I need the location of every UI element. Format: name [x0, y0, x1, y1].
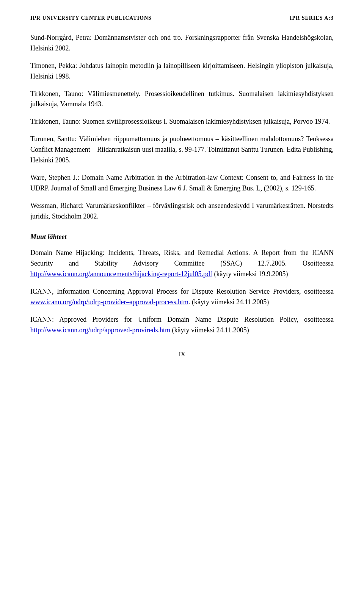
link-udrp-provider[interactable]: www.icann.org/udrp/udrp-provider–approva…: [30, 298, 188, 306]
other-source-2: ICANN, Information Concerning Approval P…: [30, 286, 334, 308]
section-heading-muut-lahteet: Muut lähteet: [30, 233, 334, 241]
page-number: IX: [30, 351, 334, 358]
other-source-1: Domain Name Hijacking: Incidents, Threat…: [30, 248, 334, 280]
page-header: IPR UNIVERSITY CENTER PUBLICATIONS IPR S…: [30, 15, 334, 21]
paragraph-4: Tirkkonen, Tauno: Suomen siviiliprosessi…: [30, 116, 334, 127]
other-source-3: ICANN: Approved Providers for Uniform Do…: [30, 315, 334, 336]
link-hijacking-report[interactable]: http://www.icann.org/announcements/hijac…: [30, 270, 212, 278]
header-left: IPR UNIVERSITY CENTER PUBLICATIONS: [30, 15, 152, 21]
link-approved-providers[interactable]: http://www.icann.org/udrp/approved-provi…: [30, 326, 170, 334]
paragraph-2: Timonen, Pekka: Johdatus lainopin metodi…: [30, 61, 334, 82]
paragraph-3: Tirkkonen, Tauno: Välimiesmenettely. Pro…: [30, 89, 334, 110]
paragraph-6: Ware, Stephen J.: Domain Name Arbitratio…: [30, 173, 334, 194]
paragraph-5: Turunen, Santtu: Välimiehen riippumattom…: [30, 134, 334, 166]
paragraph-7: Wessman, Richard: Varumärkeskonflikter –…: [30, 201, 334, 222]
header-right: IPR SERIES A:3: [290, 15, 334, 21]
paragraph-1: Sund-Norrgård, Petra: Domännamstvister o…: [30, 33, 334, 54]
